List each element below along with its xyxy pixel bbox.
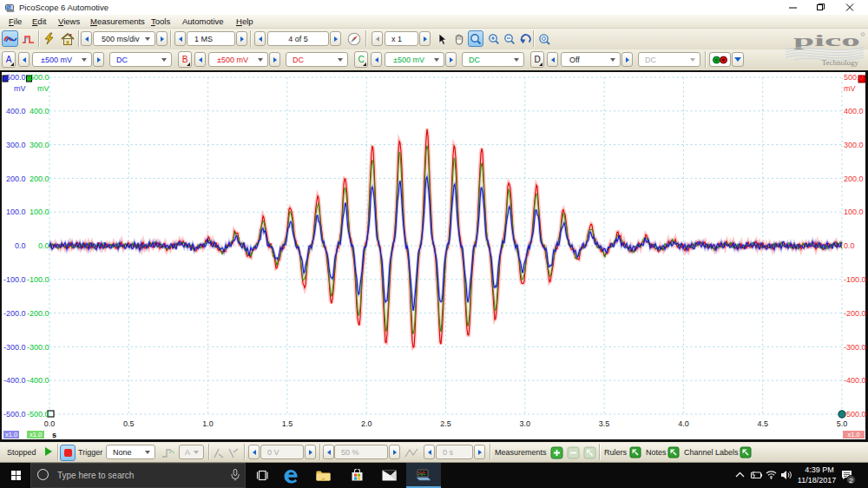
svg-text:0.0: 0.0 bbox=[15, 241, 26, 250]
svg-text:-500.0: -500.0 bbox=[3, 410, 26, 419]
svg-text:0.0: 0.0 bbox=[44, 419, 56, 428]
svg-text:-100.0: -100.0 bbox=[27, 275, 49, 284]
svg-text:-400.0: -400.0 bbox=[3, 376, 26, 385]
svg-text:1.5: 1.5 bbox=[282, 419, 293, 428]
svg-text:-100.0: -100.0 bbox=[3, 275, 26, 284]
svg-text:400.0: 400.0 bbox=[30, 107, 49, 115]
svg-text:100.0: 100.0 bbox=[30, 208, 49, 216]
svg-text:200.0: 200.0 bbox=[844, 175, 864, 183]
svg-text:5.0: 5.0 bbox=[837, 419, 848, 428]
svg-text:-300.0: -300.0 bbox=[27, 343, 49, 352]
svg-text:3.0: 3.0 bbox=[520, 419, 531, 428]
svg-text:200.0: 200.0 bbox=[30, 175, 49, 183]
svg-text:-200.0: -200.0 bbox=[3, 309, 26, 318]
svg-text:300.0: 300.0 bbox=[30, 141, 49, 149]
svg-text:300.0: 300.0 bbox=[844, 141, 864, 149]
svg-text:-400.0: -400.0 bbox=[844, 376, 866, 385]
svg-text:100.0: 100.0 bbox=[844, 208, 864, 216]
svg-text:-400.0: -400.0 bbox=[27, 376, 49, 385]
svg-text:0.0: 0.0 bbox=[38, 241, 49, 250]
svg-text:500.0: 500.0 bbox=[30, 73, 49, 82]
svg-text:2.5: 2.5 bbox=[440, 419, 451, 428]
svg-text:-200.0: -200.0 bbox=[844, 309, 866, 318]
svg-text:2.0: 2.0 bbox=[361, 419, 372, 428]
svg-text:0.5: 0.5 bbox=[123, 419, 135, 428]
svg-text:x1.0: x1.0 bbox=[847, 431, 859, 439]
svg-text:200.0: 200.0 bbox=[6, 175, 26, 183]
svg-text:mV: mV bbox=[14, 84, 26, 93]
svg-text:x1.0: x1.0 bbox=[30, 431, 42, 439]
svg-text:-100.0: -100.0 bbox=[844, 275, 866, 284]
svg-text:-300.0: -300.0 bbox=[3, 343, 26, 352]
svg-text:s: s bbox=[52, 431, 56, 439]
svg-text:0.0: 0.0 bbox=[844, 241, 855, 250]
svg-text:300.0: 300.0 bbox=[6, 141, 26, 149]
svg-text:mV: mV bbox=[37, 84, 49, 93]
svg-text:100.0: 100.0 bbox=[6, 208, 26, 216]
svg-text:mV: mV bbox=[844, 84, 856, 93]
svg-text:500.0: 500.0 bbox=[6, 73, 26, 82]
svg-text:500.0: 500.0 bbox=[844, 73, 864, 82]
svg-text:-500.0: -500.0 bbox=[27, 410, 49, 419]
svg-text:3.5: 3.5 bbox=[599, 419, 610, 428]
svg-text:x1.0: x1.0 bbox=[5, 431, 17, 439]
svg-text:400.0: 400.0 bbox=[844, 107, 864, 115]
svg-text:4.5: 4.5 bbox=[757, 419, 768, 428]
svg-text:-500.0: -500.0 bbox=[844, 410, 866, 419]
svg-text:1.0: 1.0 bbox=[202, 419, 214, 428]
svg-text:400.0: 400.0 bbox=[6, 107, 26, 115]
svg-text:-300.0: -300.0 bbox=[844, 343, 866, 352]
svg-text:4.0: 4.0 bbox=[678, 419, 689, 428]
svg-text:-200.0: -200.0 bbox=[27, 309, 49, 318]
